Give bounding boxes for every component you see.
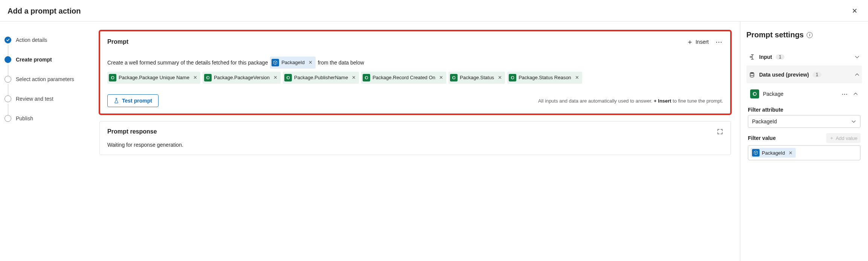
checkmark-icon: [5, 37, 11, 43]
data-token[interactable]: Package.PackageVersion✕: [203, 72, 281, 84]
input-count-badge: 1: [776, 54, 784, 60]
expand-icon[interactable]: [717, 129, 723, 135]
data-tokens-row: Package.Package Unique Name✕Package.Pack…: [107, 72, 723, 84]
entity-icon: [284, 74, 292, 81]
input-section-label: Input: [759, 54, 772, 60]
filter-attribute-label: Filter attribute: [748, 107, 860, 113]
svg-point-6: [750, 72, 754, 74]
remove-token-icon[interactable]: ✕: [193, 73, 197, 83]
filter-value-token[interactable]: PackageId ✕: [751, 148, 796, 158]
entity-icon: [509, 74, 516, 81]
cube-icon: [752, 149, 760, 157]
entity-icon: [450, 74, 458, 81]
input-section-header[interactable]: Input 1: [746, 48, 862, 66]
token-label: PackageId: [762, 150, 785, 156]
step-dot-icon: [5, 56, 11, 63]
data-used-section-header[interactable]: Data used (preview) 1: [746, 66, 862, 83]
remove-token-icon[interactable]: ✕: [352, 73, 356, 83]
filter-attribute-select[interactable]: PackageId: [748, 115, 860, 128]
step-label: Create prompt: [16, 57, 52, 63]
step-label: Review and test: [16, 96, 53, 102]
step-action-details[interactable]: Action details: [5, 37, 83, 56]
package-icon: [750, 89, 759, 98]
step-publish[interactable]: Publish: [5, 115, 83, 122]
test-prompt-label: Test prompt: [122, 98, 152, 104]
page-title: Add a prompt action: [8, 7, 81, 15]
package-more-icon[interactable]: ⋯: [842, 91, 848, 98]
data-token[interactable]: Package.Status✕: [448, 72, 505, 84]
remove-token-icon[interactable]: ✕: [575, 73, 579, 83]
package-entity-label: Package: [763, 91, 783, 97]
flask-icon: [114, 98, 119, 103]
cube-icon: [272, 59, 279, 66]
prompt-text: Create a well formed summary of the deta…: [107, 57, 268, 68]
data-token[interactable]: Package.Record Created On✕: [361, 72, 446, 84]
data-token[interactable]: Package.Package Unique Name✕: [107, 72, 200, 84]
test-prompt-button[interactable]: Test prompt: [107, 94, 159, 107]
add-value-button: ＋ Add value: [826, 133, 860, 143]
token-label: Package.Record Created On: [372, 73, 435, 83]
data-used-label: Data used (preview): [759, 72, 809, 78]
filter-value-input[interactable]: PackageId ✕: [748, 145, 860, 160]
database-icon: [749, 71, 755, 78]
step-dot-icon: [5, 95, 11, 102]
prompt-hint: All inputs and data are automatically us…: [538, 98, 723, 104]
prompt-card-title: Prompt: [107, 38, 128, 45]
step-label: Action details: [16, 37, 47, 43]
entity-icon: [363, 74, 370, 81]
data-token[interactable]: Package.PublisherName✕: [283, 72, 359, 84]
data-token[interactable]: Package.Status Reason✕: [507, 72, 582, 84]
step-create-prompt[interactable]: Create prompt: [5, 56, 83, 76]
response-body: Waiting for response generation.: [107, 142, 723, 148]
entity-icon: [109, 74, 116, 81]
info-icon[interactable]: i: [807, 32, 813, 38]
chevron-down-icon: [854, 54, 860, 60]
data-used-count-badge: 1: [813, 72, 821, 77]
step-nav: Action details Create prompt Select acti…: [0, 21, 90, 261]
insert-label: Insert: [696, 39, 709, 45]
remove-token-icon[interactable]: ✕: [439, 73, 443, 83]
step-dot-icon: [5, 115, 11, 122]
remove-token-icon[interactable]: ✕: [789, 150, 793, 156]
step-dot-icon: [5, 76, 11, 83]
prompt-editor[interactable]: Create a well formed summary of the deta…: [107, 57, 723, 69]
prompt-card: Prompt ＋ Insert ⋯ Create a well formed s…: [99, 31, 731, 114]
filter-value-label: Filter value: [748, 135, 776, 141]
chevron-up-icon[interactable]: [853, 91, 858, 97]
remove-token-icon[interactable]: ✕: [308, 58, 313, 68]
token-label: Package.Package Unique Name: [119, 73, 189, 83]
chevron-up-icon: [854, 72, 860, 77]
step-label: Publish: [16, 115, 33, 121]
entity-icon: [204, 74, 212, 81]
plus-icon: ＋: [829, 135, 834, 141]
response-card-title: Prompt response: [107, 128, 157, 135]
prompt-response-card: Prompt response Waiting for response gen…: [99, 121, 731, 155]
settings-title: Prompt settings i: [746, 31, 862, 39]
plus-icon: ＋: [686, 38, 693, 45]
remove-token-icon[interactable]: ✕: [498, 73, 502, 83]
insert-button[interactable]: ＋ Insert: [686, 38, 709, 45]
token-label: Package.PackageVersion: [214, 73, 270, 83]
token-label: Package.Status: [460, 73, 494, 83]
step-label: Select action parameters: [16, 76, 74, 82]
package-entity-row[interactable]: Package ⋯: [748, 86, 860, 102]
more-icon[interactable]: ⋯: [715, 38, 723, 46]
chevron-down-icon: [851, 119, 856, 124]
remove-token-icon[interactable]: ✕: [273, 73, 278, 83]
prompt-text: from the data below: [318, 57, 364, 68]
step-review-test[interactable]: Review and test: [5, 95, 83, 115]
token-label: PackageId: [281, 58, 304, 68]
step-select-params[interactable]: Select action parameters: [5, 76, 83, 95]
inline-token-packageid[interactable]: PackageId ✕: [270, 57, 315, 69]
close-icon[interactable]: ✕: [849, 5, 860, 17]
token-label: Package.PublisherName: [294, 73, 348, 83]
input-icon: [749, 54, 755, 60]
filter-attribute-value: PackageId: [752, 118, 777, 124]
token-label: Package.Status Reason: [519, 73, 571, 83]
